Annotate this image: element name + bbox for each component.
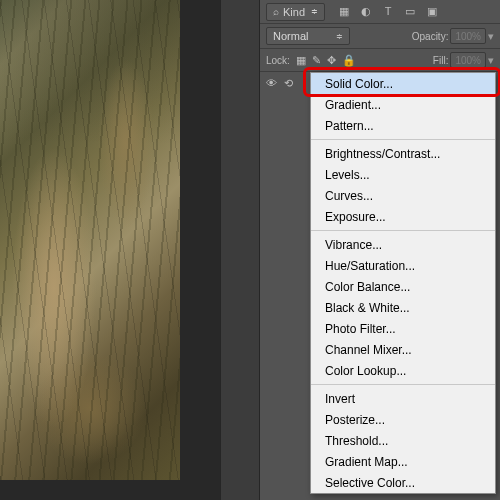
chevron-down-icon: ▾ [488, 30, 494, 43]
filter-pixel-icon[interactable]: ▦ [337, 5, 351, 18]
chevron-down-icon: ▾ [488, 54, 494, 67]
opacity-label: Opacity: [412, 31, 449, 42]
fill-label: Fill: [433, 55, 449, 66]
visibility-eye-icon[interactable]: 👁 [264, 77, 278, 89]
menu-item-channel-mixer[interactable]: Channel Mixer... [311, 339, 495, 360]
opacity-value[interactable]: 100% [450, 28, 486, 44]
menu-separator [311, 230, 495, 231]
menu-separator [311, 139, 495, 140]
filter-type-icon[interactable]: T [381, 5, 395, 18]
menu-item-levels[interactable]: Levels... [311, 164, 495, 185]
lock-transparent-icon[interactable]: ▦ [296, 54, 306, 67]
menu-item-threshold[interactable]: Threshold... [311, 430, 495, 451]
filter-smart-icon[interactable]: ▣ [425, 5, 439, 18]
layers-filter-row: ⌕ Kind ≑ ▦ ◐ T ▭ ▣ [260, 0, 500, 24]
menu-item-pattern[interactable]: Pattern... [311, 115, 495, 136]
canvas-area [0, 0, 220, 500]
menu-item-color-lookup[interactable]: Color Lookup... [311, 360, 495, 381]
menu-item-photo-filter[interactable]: Photo Filter... [311, 318, 495, 339]
lock-pixels-icon[interactable]: ✎ [312, 54, 321, 67]
menu-item-exposure[interactable]: Exposure... [311, 206, 495, 227]
menu-item-black-white[interactable]: Black & White... [311, 297, 495, 318]
menu-item-brightness-contrast[interactable]: Brightness/Contrast... [311, 143, 495, 164]
menu-item-curves[interactable]: Curves... [311, 185, 495, 206]
menu-item-gradient[interactable]: Gradient... [311, 94, 495, 115]
blend-row: Normal ≑ Opacity: 100% ▾ [260, 24, 500, 48]
chevron-down-icon: ≑ [336, 32, 343, 41]
blend-mode-value: Normal [273, 30, 308, 42]
chevron-down-icon: ≑ [311, 7, 318, 16]
menu-item-selective-color[interactable]: Selective Color... [311, 472, 495, 493]
document-image[interactable] [0, 0, 180, 480]
fill-adjustment-menu: Solid Color...Gradient...Pattern...Brigh… [310, 72, 496, 494]
filter-shape-icon[interactable]: ▭ [403, 5, 417, 18]
lock-position-icon[interactable]: ✥ [327, 54, 336, 67]
menu-item-gradient-map[interactable]: Gradient Map... [311, 451, 495, 472]
menu-item-color-balance[interactable]: Color Balance... [311, 276, 495, 297]
filter-type-icons: ▦ ◐ T ▭ ▣ [337, 5, 439, 18]
filter-adjustment-icon[interactable]: ◐ [359, 5, 373, 18]
search-icon: ⌕ [273, 6, 279, 17]
menu-item-solid-color[interactable]: Solid Color... [311, 73, 495, 94]
menu-item-vibrance[interactable]: Vibrance... [311, 234, 495, 255]
filter-kind-label: Kind [283, 6, 305, 18]
opacity-control[interactable]: Opacity: 100% ▾ [412, 28, 494, 44]
menu-item-hue-saturation[interactable]: Hue/Saturation... [311, 255, 495, 276]
menu-item-invert[interactable]: Invert [311, 388, 495, 409]
fill-value[interactable]: 100% [450, 52, 486, 68]
blend-mode-dropdown[interactable]: Normal ≑ [266, 27, 350, 45]
lock-row: Lock: ▦ ✎ ✥ 🔒 Fill: 100% ▾ [260, 48, 500, 72]
panel-gutter [220, 0, 260, 500]
filter-kind-dropdown[interactable]: ⌕ Kind ≑ [266, 3, 325, 21]
fill-control[interactable]: Fill: 100% ▾ [433, 52, 494, 68]
lock-label: Lock: [266, 55, 290, 66]
link-icon[interactable]: ⟲ [284, 77, 293, 90]
menu-item-posterize[interactable]: Posterize... [311, 409, 495, 430]
lock-all-icon[interactable]: 🔒 [342, 54, 356, 67]
menu-separator [311, 384, 495, 385]
